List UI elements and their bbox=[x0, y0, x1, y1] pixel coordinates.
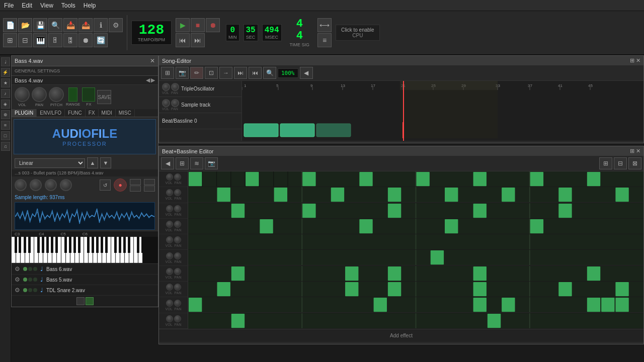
beat-pan-knob-2[interactable] bbox=[174, 189, 181, 196]
afp-knob-1[interactable] bbox=[15, 179, 27, 191]
rec-btn[interactable]: ● bbox=[114, 178, 127, 192]
export-button[interactable]: 📥 bbox=[63, 18, 77, 32]
record-button[interactable]: ⏺ bbox=[78, 33, 93, 47]
beat-layout-1[interactable]: ⊞ bbox=[599, 157, 612, 169]
fx-button[interactable] bbox=[82, 87, 95, 102]
open-button[interactable]: 📂 bbox=[18, 18, 32, 32]
next-button[interactable]: ⏭ bbox=[191, 33, 205, 47]
sidebar-icon-3[interactable]: ★ bbox=[1, 78, 10, 87]
add-effect-bar[interactable]: Add effect bbox=[159, 329, 643, 342]
beat-grid-button[interactable]: ⊞ bbox=[176, 157, 189, 169]
save-button[interactable]: 💾 bbox=[33, 18, 47, 32]
beat-editor-close-button[interactable]: ✕ bbox=[636, 148, 640, 154]
beat-vol-knob-4[interactable] bbox=[166, 221, 173, 228]
sidebar-icon-2[interactable]: ⚡ bbox=[1, 68, 10, 77]
list-item[interactable]: ⚙ ♩ Bass 5.wav bbox=[12, 275, 158, 285]
beat-vol-knob-10[interactable] bbox=[166, 315, 173, 322]
new-button[interactable]: 📄 bbox=[3, 18, 17, 32]
song-zoom-out[interactable]: ◀ bbox=[300, 67, 313, 79]
beat-pan-knob-7[interactable] bbox=[174, 268, 181, 275]
transport-btn-2[interactable] bbox=[86, 297, 94, 305]
pattern-button[interactable]: ⊟ bbox=[18, 33, 32, 47]
seconds-display[interactable]: 35 SEC bbox=[244, 24, 258, 41]
gear-icon-1[interactable]: ⚙ bbox=[15, 265, 20, 273]
stutter-btn[interactable] bbox=[130, 179, 141, 185]
beat-vol-knob-1[interactable] bbox=[166, 173, 173, 180]
track-content-row-1[interactable] bbox=[242, 90, 643, 106]
cpu-section[interactable]: Click to enable CPU bbox=[336, 25, 380, 41]
gear-icon-2[interactable]: ⚙ bbox=[15, 276, 20, 283]
pitch-knob[interactable] bbox=[49, 87, 64, 102]
beat-vol-knob-6[interactable] bbox=[166, 252, 173, 259]
sidebar-icon-5[interactable]: ◈ bbox=[1, 100, 10, 109]
sidebar-icon-1[interactable]: ♩ bbox=[1, 57, 10, 66]
tempo-display[interactable]: 128 TEMPO/BPM bbox=[131, 21, 172, 45]
afp-knob-2[interactable] bbox=[30, 179, 42, 191]
loop-button[interactable]: 🔄 bbox=[94, 33, 108, 47]
gear-icon-3[interactable]: ⚙ bbox=[15, 287, 20, 294]
range-slider[interactable] bbox=[68, 87, 77, 102]
beat-vol-knob-9[interactable] bbox=[166, 300, 173, 307]
browse-button[interactable]: ▼ bbox=[100, 157, 111, 168]
vol-knob[interactable] bbox=[15, 87, 30, 102]
beat-layout-3[interactable]: ⊠ bbox=[628, 157, 641, 169]
loop-btn[interactable] bbox=[144, 179, 155, 185]
pitch-control[interactable]: ⟷ bbox=[317, 18, 332, 32]
next-preset-button[interactable]: ▶ bbox=[151, 77, 155, 83]
beat-pan-knob-5[interactable] bbox=[174, 236, 181, 243]
reverse-btn[interactable] bbox=[130, 186, 141, 192]
zoom-level[interactable]: 100% bbox=[278, 68, 298, 78]
menu-view[interactable]: View bbox=[36, 1, 57, 10]
loop-play-btn[interactable]: ↺ bbox=[100, 179, 111, 191]
song-editor-maximize-button[interactable]: ⊞ bbox=[630, 57, 634, 64]
channel-button[interactable]: 🎛 bbox=[63, 33, 77, 47]
record-mode-button[interactable]: ⏺ bbox=[206, 18, 220, 32]
track-vol-knob-1[interactable] bbox=[162, 83, 170, 91]
save-as-button[interactable]: 🔍 bbox=[48, 18, 62, 32]
beat-layout-2[interactable]: ⊟ bbox=[614, 157, 627, 169]
beat-camera-button[interactable]: 📷 bbox=[205, 157, 218, 169]
song-tool-draw[interactable]: ⊞ bbox=[161, 67, 174, 79]
song-editor-close-button[interactable]: ✕ bbox=[636, 57, 640, 64]
song-tool-camera[interactable]: 📷 bbox=[176, 67, 189, 79]
trim-btn[interactable] bbox=[144, 186, 155, 192]
song-tool-glue[interactable]: → bbox=[219, 67, 232, 79]
beat-vol-knob-8[interactable] bbox=[166, 284, 173, 291]
track-pan-knob-2[interactable] bbox=[171, 99, 179, 107]
prev-button[interactable]: ⏮ bbox=[176, 33, 190, 47]
stop-button[interactable]: ■ bbox=[191, 18, 205, 32]
beat-wave-button[interactable]: ≋ bbox=[190, 157, 203, 169]
beat-vol-knob-2[interactable] bbox=[166, 189, 173, 196]
tab-fx[interactable]: FX bbox=[86, 109, 99, 117]
beat-pan-knob-6[interactable] bbox=[174, 252, 181, 259]
beat-editor-maximize-button[interactable]: ⊞ bbox=[630, 148, 634, 154]
song-tool-fast-forward[interactable]: ⏭ bbox=[234, 67, 247, 79]
tab-misc[interactable]: MISC bbox=[116, 109, 135, 117]
play-button[interactable]: ▶ bbox=[176, 18, 190, 32]
time-signature[interactable]: 4 4 TIME SIG bbox=[286, 17, 314, 48]
song-tool-select[interactable]: ⊡ bbox=[205, 67, 218, 79]
track-content-row-2[interactable] bbox=[242, 106, 643, 122]
menu-edit[interactable]: Edit bbox=[18, 1, 36, 10]
beat-pan-knob-3[interactable] bbox=[174, 205, 181, 212]
song-search[interactable]: 🔍 bbox=[263, 67, 276, 79]
sidebar-icon-8[interactable]: □ bbox=[1, 131, 10, 140]
minutes-display[interactable]: 0 MIN bbox=[226, 24, 239, 41]
track-vol-knob-2[interactable] bbox=[162, 99, 170, 107]
mseconds-display[interactable]: 494 MSEC bbox=[262, 24, 282, 41]
beat-pan-knob-4[interactable] bbox=[174, 221, 181, 228]
pan-knob[interactable] bbox=[32, 87, 47, 102]
sidebar-icon-4[interactable]: ♪ bbox=[1, 89, 10, 98]
beat-pan-knob-10[interactable] bbox=[174, 315, 181, 322]
tab-midi[interactable]: MIDI bbox=[99, 109, 116, 117]
beat-pan-knob-9[interactable] bbox=[174, 300, 181, 307]
menu-help[interactable]: Help bbox=[79, 1, 100, 10]
prev-preset-button[interactable]: ◀ bbox=[146, 77, 150, 83]
piano-button[interactable]: 🎹 bbox=[33, 33, 47, 47]
tab-plugin[interactable]: PLUGIN bbox=[12, 109, 37, 117]
beat-back-button[interactable]: ◀ bbox=[161, 157, 174, 169]
sidebar-icon-7[interactable]: ≡ bbox=[1, 121, 10, 130]
sidebar-icon-9[interactable]: ♫ bbox=[1, 142, 10, 151]
track-content-row-3[interactable] bbox=[242, 122, 643, 138]
song-tool-rewind[interactable]: ⏮ bbox=[249, 67, 262, 79]
